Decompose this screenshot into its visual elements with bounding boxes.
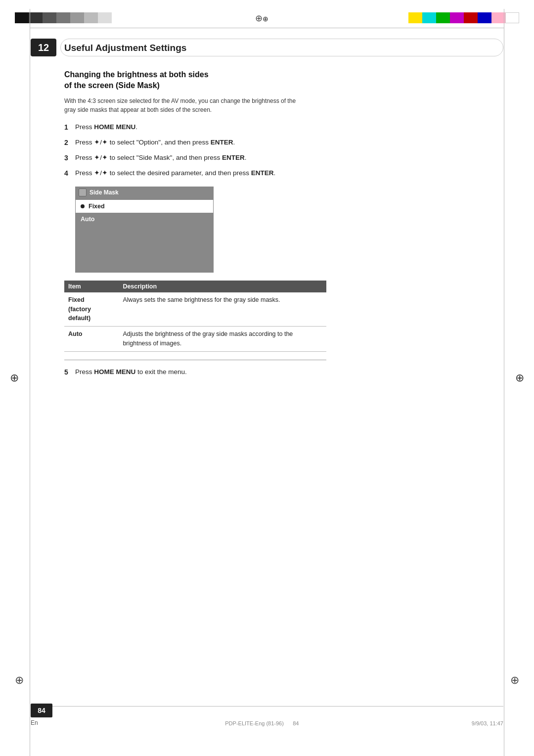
vertical-line-right bbox=[504, 9, 504, 756]
bottom-right-crosshair-icon: ⊕ bbox=[510, 674, 519, 687]
table-cell-desc-fixed: Always sets the same brightness for the … bbox=[119, 292, 326, 327]
steps-list: 1 Press HOME MENU. 2 Press ✦/✦ to select… bbox=[64, 122, 485, 179]
info-table: Item Description Fixed(factory default) … bbox=[64, 281, 326, 352]
sidemask-item-auto-label: Auto bbox=[81, 216, 94, 223]
color-swatch bbox=[505, 12, 519, 23]
step-2: 2 Press ✦/✦ to select "Option", and then… bbox=[64, 138, 485, 148]
footer-center: PDP-ELITE-Eng (81-96) 84 bbox=[225, 720, 299, 726]
step-3: 3 Press ✦/✦ to select "Side Mask", and t… bbox=[64, 153, 485, 163]
step-5: 5 Press HOME MENU to exit the menu. bbox=[64, 367, 485, 378]
step-4-text: Press ✦/✦ to select the desired paramete… bbox=[75, 168, 485, 178]
color-swatch bbox=[422, 12, 436, 23]
sidemask-empty-area bbox=[76, 226, 213, 270]
vertical-line-left bbox=[30, 9, 30, 756]
table-header-row: Item Description bbox=[64, 281, 326, 292]
chapter-title: Useful Adjustment Settings bbox=[64, 41, 485, 55]
step-4: 4 Press ✦/✦ to select the desired parame… bbox=[64, 168, 485, 179]
color-strip-right bbox=[408, 12, 519, 23]
bottom-left-crosshair-icon: ⊕ bbox=[15, 674, 24, 687]
table-cell-desc-auto: Adjusts the brightness of the gray side … bbox=[119, 327, 326, 352]
color-swatch bbox=[450, 12, 464, 23]
color-swatch bbox=[464, 12, 478, 23]
sidemask-titlebar-icon bbox=[79, 189, 87, 196]
color-swatch bbox=[84, 12, 98, 23]
sidemask-item-fixed-label: Fixed bbox=[89, 203, 105, 210]
step-3-text: Press ✦/✦ to select "Side Mask", and the… bbox=[75, 153, 485, 163]
color-swatch bbox=[98, 12, 112, 23]
footer-filename: PDP-ELITE-Eng (81-96) bbox=[225, 720, 284, 726]
sidemask-item-auto: Auto bbox=[76, 213, 213, 226]
color-swatch bbox=[15, 12, 29, 23]
crosshair-icon: ⊕ bbox=[255, 13, 265, 23]
table-header-item: Item bbox=[64, 281, 119, 292]
color-swatch bbox=[478, 12, 491, 23]
step-1: 1 Press HOME MENU. bbox=[64, 122, 485, 133]
sidemask-body: Fixed Auto bbox=[76, 198, 213, 272]
footer-page-num: 84 bbox=[293, 720, 299, 726]
step-4-number: 4 bbox=[64, 168, 75, 179]
color-swatch bbox=[43, 12, 56, 23]
footer-left: 84 En bbox=[31, 704, 52, 726]
table-row: Fixed(factory default) Always sets the s… bbox=[64, 292, 326, 327]
top-bar: ⊕ bbox=[0, 9, 534, 27]
section-heading: Changing the brightness at both sidesof … bbox=[64, 69, 485, 92]
sidemask-item-fixed: Fixed bbox=[76, 200, 213, 213]
sidemask-screenshot: Side Mask Fixed Auto bbox=[75, 187, 214, 273]
sidemask-titlebar-text: Side Mask bbox=[89, 189, 119, 196]
mid-right-crosshair-icon: ⊕ bbox=[515, 372, 524, 384]
step-1-text: Press HOME MENU. bbox=[75, 122, 485, 132]
mid-left-crosshair-icon: ⊕ bbox=[10, 372, 19, 384]
chapter-title-text: Useful Adjustment Settings bbox=[64, 43, 186, 53]
footer: 84 En PDP-ELITE-Eng (81-96) 84 9/9/03, 1… bbox=[31, 704, 503, 726]
color-swatch bbox=[29, 12, 43, 23]
sidemask-selected-dot bbox=[81, 204, 85, 208]
step-3-number: 3 bbox=[64, 153, 75, 163]
color-swatch bbox=[70, 12, 84, 23]
color-swatch bbox=[436, 12, 450, 23]
step-1-number: 1 bbox=[64, 122, 75, 133]
page-badge: 84 bbox=[31, 704, 52, 717]
table-cell-item-auto: Auto bbox=[64, 327, 119, 352]
footer-right: 9/9/03, 11:47 bbox=[472, 720, 503, 726]
step-5-number: 5 bbox=[64, 367, 75, 378]
step-5-text: Press HOME MENU to exit the menu. bbox=[75, 367, 485, 377]
color-swatch bbox=[491, 12, 505, 23]
step-2-number: 2 bbox=[64, 138, 75, 148]
table-bottom-line bbox=[64, 360, 326, 360]
table-cell-item-fixed: Fixed(factory default) bbox=[64, 292, 119, 327]
main-content: Changing the brightness at both sidesof … bbox=[64, 69, 485, 382]
color-swatch bbox=[408, 12, 422, 23]
intro-text: With the 4:3 screen size selected for th… bbox=[64, 96, 302, 114]
table-header-description: Description bbox=[119, 281, 326, 292]
horizontal-line-top bbox=[30, 28, 504, 28]
chapter-badge: 12 bbox=[31, 39, 56, 56]
sidemask-titlebar: Side Mask bbox=[76, 187, 213, 198]
step-2-text: Press ✦/✦ to select "Option", and then p… bbox=[75, 138, 485, 147]
table-row: Auto Adjusts the brightness of the gray … bbox=[64, 327, 326, 352]
page-number: 84 bbox=[38, 707, 45, 714]
color-swatch bbox=[56, 12, 70, 23]
footer-lang: En bbox=[31, 719, 38, 726]
chapter-number: 12 bbox=[38, 42, 49, 53]
